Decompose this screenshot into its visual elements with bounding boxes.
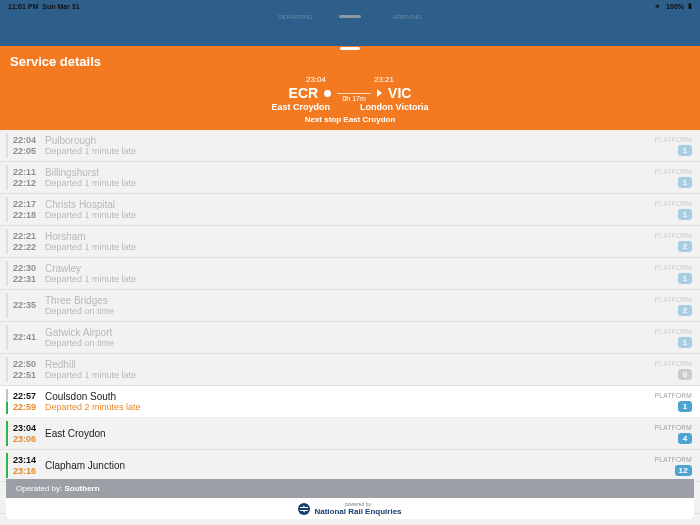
platform-number: 2	[678, 305, 692, 316]
status-time: 11:01 PM	[8, 3, 38, 10]
timeline-bar-icon	[6, 357, 8, 382]
estimated-time: 22:22	[13, 242, 41, 253]
platform-number: 1	[678, 337, 692, 348]
platform-label: PLATFORM	[655, 360, 692, 367]
platform-label: PLATFORM	[655, 424, 692, 431]
stop-row[interactable]: 22:2122:22HorshamDeparted 1 minute lateP…	[0, 226, 700, 258]
departure-status: Departed 2 minutes late	[45, 402, 655, 412]
platform-number: 1	[678, 177, 692, 188]
estimated-time: 23:06	[13, 434, 41, 445]
stop-info: CrawleyDeparted 1 minute late	[41, 263, 655, 284]
departure-status: Departed 1 minute late	[45, 274, 655, 284]
wifi-icon: ᯤ	[655, 3, 662, 10]
station-name: Christs Hospital	[45, 199, 655, 210]
stop-info: HorshamDeparted 1 minute late	[41, 231, 655, 252]
stop-row[interactable]: 22:35Three BridgesDeparted on timePLATFO…	[0, 290, 700, 322]
station-name: Billingshurst	[45, 167, 655, 178]
stop-info: Clapham Junction	[41, 460, 655, 471]
stop-info: BillingshurstDeparted 1 minute late	[41, 167, 655, 188]
platform-block: PLATFORM1	[655, 200, 692, 220]
stop-row[interactable]: 23:0423:06East CroydonPLATFORM4	[0, 418, 700, 450]
departure-status: Departed 1 minute late	[45, 242, 655, 252]
platform-number: 1	[678, 145, 692, 156]
scheduled-time: 22:41	[13, 332, 41, 343]
stop-row[interactable]: 22:1122:12BillingshurstDeparted 1 minute…	[0, 162, 700, 194]
service-details-header: Service details 23:04 23:21 ECR 0h 17m V…	[0, 46, 700, 130]
timeline-bar-icon	[6, 453, 8, 478]
departing-label: DEPARTING	[278, 14, 312, 46]
station-name: Gatwick Airport	[45, 327, 655, 338]
page-title: Service details	[10, 54, 690, 69]
stop-row[interactable]: 22:0422:05PulboroughDeparted 1 minute la…	[0, 130, 700, 162]
station-name: East Croydon	[45, 428, 655, 439]
departure-status: Departed 1 minute late	[45, 210, 655, 220]
timeline-bar-icon	[6, 293, 8, 318]
platform-number: 1	[678, 273, 692, 284]
stop-info: Christs HospitalDeparted 1 minute late	[41, 199, 655, 220]
platform-block: PLATFORM0	[655, 360, 692, 380]
platform-number: 2	[678, 241, 692, 252]
arriving-label: ARRIVING	[393, 14, 422, 46]
stop-row[interactable]: 22:1722:18Christs HospitalDeparted 1 min…	[0, 194, 700, 226]
scheduled-time: 22:50	[13, 359, 41, 370]
stop-info: RedhillDeparted 1 minute late	[41, 359, 655, 380]
scheduled-time: 22:17	[13, 199, 41, 210]
dep-time: 23:04	[306, 75, 326, 84]
platform-number: 1	[678, 209, 692, 220]
estimated-time: 22:59	[13, 402, 41, 413]
estimated-time: 22:05	[13, 146, 41, 157]
estimated-time: 22:51	[13, 370, 41, 381]
stop-times: 22:35	[13, 300, 41, 311]
footer: Operated by: Southern powered by Nationa…	[6, 479, 694, 519]
operated-by-label: Operated by:	[16, 484, 62, 493]
stop-times: 22:1122:12	[13, 167, 41, 189]
arr-time: 23:21	[374, 75, 394, 84]
stop-row[interactable]: 22:41Gatwick AirportDeparted on timePLAT…	[0, 322, 700, 354]
duration: 0h 17m	[337, 95, 371, 102]
battery-icon: ▮	[688, 2, 692, 10]
stop-times: 22:2122:22	[13, 231, 41, 253]
estimated-time: 23:16	[13, 466, 41, 477]
sheet-grabber-icon[interactable]	[340, 47, 360, 50]
platform-label: PLATFORM	[655, 456, 692, 463]
stop-info: Gatwick AirportDeparted on time	[41, 327, 655, 348]
timeline-bar-icon	[6, 229, 8, 254]
next-stop-label: Next stop East Croydon	[10, 115, 690, 124]
stop-row[interactable]: 23:1423:16Clapham JunctionPLATFORM12	[0, 450, 700, 482]
nre-logo-icon	[298, 503, 310, 515]
platform-label: PLATFORM	[655, 232, 692, 239]
estimated-time: 22:12	[13, 178, 41, 189]
estimated-time: 22:31	[13, 274, 41, 285]
search-banner-dimmed: DEPARTING ARRIVING	[0, 12, 700, 46]
departure-status: Departed on time	[45, 306, 655, 316]
origin-dot-icon	[324, 90, 331, 97]
dep-name: East Croydon	[272, 102, 331, 112]
platform-block: PLATFORM2	[655, 232, 692, 252]
estimated-time: 22:18	[13, 210, 41, 221]
timeline-bar-icon	[6, 165, 8, 190]
stop-row[interactable]: 22:3022:31CrawleyDeparted 1 minute lateP…	[0, 258, 700, 290]
scheduled-time: 22:57	[13, 391, 41, 402]
departure-status: Departed 1 minute late	[45, 370, 655, 380]
arrow-right-icon	[377, 89, 382, 97]
scheduled-time: 22:21	[13, 231, 41, 242]
platform-block: PLATFORM1	[655, 328, 692, 348]
platform-label: PLATFORM	[655, 136, 692, 143]
timeline-bar-icon	[6, 197, 8, 222]
drag-indicator-icon	[339, 15, 361, 18]
platform-block: PLATFORM2	[655, 296, 692, 316]
stop-times: 22:5722:59	[13, 391, 41, 413]
stop-row[interactable]: 22:5022:51RedhillDeparted 1 minute lateP…	[0, 354, 700, 386]
departure-status: Departed on time	[45, 338, 655, 348]
platform-block: PLATFORM1	[655, 168, 692, 188]
platform-number: 12	[675, 465, 693, 476]
station-name: Redhill	[45, 359, 655, 370]
platform-number: 0	[678, 369, 692, 380]
station-name: Horsham	[45, 231, 655, 242]
dep-code: ECR	[289, 85, 319, 101]
platform-label: PLATFORM	[655, 296, 692, 303]
operator-name: Southern	[64, 484, 99, 493]
stop-row[interactable]: 22:5722:59Coulsdon SouthDeparted 2 minut…	[0, 386, 700, 418]
station-name: Coulsdon South	[45, 391, 655, 402]
stops-list[interactable]: 22:0422:05PulboroughDeparted 1 minute la…	[0, 130, 700, 514]
